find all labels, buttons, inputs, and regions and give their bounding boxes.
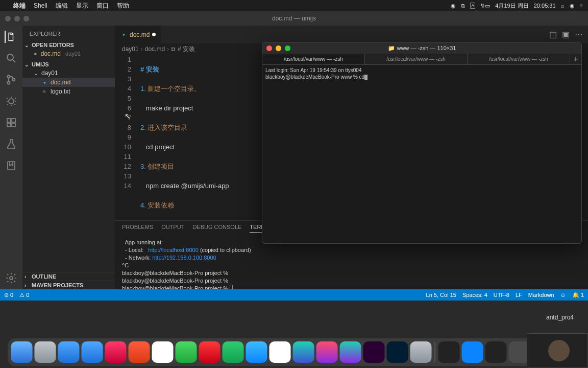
tab-output[interactable]: OUTPUT <box>161 224 184 233</box>
close-icon[interactable]: ● <box>34 51 37 57</box>
macos-menubar: 终端 Shell 编辑 显示 窗口 帮助 ◉ ⧉ A ↯▭ 4月19日 周日 2… <box>0 0 588 11</box>
battery-icon[interactable]: ↯▭ <box>480 3 490 9</box>
wifi-icon[interactable]: ⧉ <box>461 3 465 9</box>
dock-launchpad[interactable] <box>35 341 56 363</box>
close-icon[interactable] <box>5 16 11 21</box>
maven-header[interactable]: › MAVEN PROJECTS <box>22 281 115 289</box>
terminal-titlebar[interactable]: 📁 www — -zsh — 110×31 <box>262 42 581 54</box>
screencast-icon[interactable]: ◉ <box>451 3 456 9</box>
extensions-icon[interactable] <box>5 117 17 129</box>
dock-appstore[interactable] <box>246 341 267 363</box>
editor-tab[interactable]: ▾ doc.md <box>115 26 161 43</box>
bookmark-icon[interactable] <box>5 159 17 172</box>
vscode-titlebar[interactable]: doc.md — umijs <box>0 11 588 26</box>
split-editor-icon[interactable]: ◫ <box>549 30 557 39</box>
status-encoding[interactable]: UTF-8 <box>494 292 509 298</box>
source-control-icon[interactable] <box>5 74 17 86</box>
dock-obs[interactable] <box>485 341 507 363</box>
dock-finder[interactable] <box>11 341 33 363</box>
notif-icon[interactable]: ≡ <box>580 3 583 9</box>
status-bar: ⊘ 0 ⚠ 0 Ln 5, Col 15 Spaces: 4 UTF-8 LF … <box>0 289 588 301</box>
dock-wechat[interactable] <box>176 341 197 363</box>
minimize-icon[interactable] <box>276 45 281 51</box>
search-icon[interactable] <box>5 52 17 64</box>
file-item-logo[interactable]: ≡ logo.txt <box>22 87 115 96</box>
dock-qq[interactable] <box>152 341 174 363</box>
terminal-tab-1[interactable]: /usr/local/var/www — -zsh <box>262 54 365 64</box>
explorer-icon[interactable] <box>5 31 17 43</box>
activity-bar <box>0 26 22 289</box>
status-lang[interactable]: Markdown <box>528 292 554 298</box>
dock-notes[interactable] <box>58 341 80 363</box>
chevron-down-icon: ⌄ <box>34 71 39 76</box>
menubar-app[interactable]: 终端 <box>13 2 26 10</box>
dock-settings[interactable] <box>410 341 432 363</box>
add-tab-button[interactable]: + <box>570 54 581 64</box>
maximize-icon[interactable] <box>23 16 29 21</box>
file-item-doc[interactable]: ▾ doc.md <box>22 78 115 87</box>
open-editor-item[interactable]: ● doc.md day01 <box>22 49 115 58</box>
editor-tab-bar: ▾ doc.md ◫ ▣ ⋯ <box>115 26 588 43</box>
outline-header[interactable]: › OUTLINE <box>22 272 115 281</box>
more-icon[interactable]: ⋯ <box>575 30 583 39</box>
dock-iqiyi[interactable] <box>223 341 244 363</box>
dock <box>8 338 580 366</box>
spotlight-icon[interactable]: ⌕ <box>561 3 565 9</box>
terminal-tab-3[interactable]: /usr/local/var/www — -zsh <box>468 54 570 64</box>
chevron-down-icon: ⌄ <box>24 42 30 48</box>
terminal-tab-2[interactable]: /usr/local/var/www — -zsh <box>365 54 468 64</box>
dock-datagrip[interactable] <box>340 341 361 363</box>
svg-rect-5 <box>7 119 11 122</box>
dock-chrome[interactable] <box>270 341 291 363</box>
test-icon[interactable] <box>5 138 17 150</box>
tab-problems[interactable]: PROBLEMS <box>122 224 153 233</box>
dock-terminal[interactable] <box>438 341 460 363</box>
project-header[interactable]: ⌄ UMIJS <box>22 60 115 68</box>
close-icon[interactable] <box>266 45 272 51</box>
status-feedback-icon[interactable]: ☺ <box>560 292 566 298</box>
status-cursor[interactable]: Ln 5, Col 15 <box>426 292 456 298</box>
dock-douyin[interactable] <box>105 341 127 363</box>
dock-youdao[interactable] <box>129 341 150 363</box>
status-eol[interactable]: LF <box>516 292 522 298</box>
dock-photoshop[interactable] <box>387 341 408 363</box>
menubar-time: 20:05:31 <box>534 3 556 9</box>
minimize-icon[interactable] <box>14 16 20 21</box>
ime-icon[interactable]: A <box>470 3 475 9</box>
svg-point-0 <box>7 54 13 60</box>
status-spaces[interactable]: Spaces: 4 <box>462 292 487 298</box>
menubar-shell[interactable]: Shell <box>34 2 47 9</box>
debug-icon[interactable] <box>5 95 17 107</box>
settings-icon[interactable] <box>5 272 17 284</box>
tab-debug-console[interactable]: DEBUG CONSOLE <box>192 224 241 233</box>
dock-webstorm[interactable] <box>293 341 314 363</box>
menubar-window[interactable]: 窗口 <box>96 2 109 10</box>
status-warnings[interactable]: ⚠ 0 <box>19 292 29 298</box>
dock-vscode[interactable] <box>462 341 483 363</box>
overlay-label: antd_pro4 <box>546 314 574 321</box>
window-title: doc.md — umijs <box>272 15 316 22</box>
maximize-icon[interactable] <box>285 45 290 51</box>
dock-netease[interactable] <box>199 341 220 363</box>
svg-rect-8 <box>12 119 15 122</box>
menubar-edit[interactable]: 编辑 <box>56 2 68 10</box>
open-editors-header[interactable]: ⌄ OPEN EDITORS <box>22 41 115 49</box>
siri-icon[interactable]: ◉ <box>570 3 575 9</box>
text-file-icon: ≡ <box>41 88 48 95</box>
modified-dot-icon <box>152 33 156 36</box>
svg-rect-6 <box>7 123 11 127</box>
svg-rect-7 <box>12 123 15 127</box>
folder-item[interactable]: ⌄ day01 <box>22 68 115 78</box>
status-errors[interactable]: ⊘ 0 <box>4 292 13 298</box>
terminal-body[interactable]: Last login: Sun Apr 19 19:54:39 on ttys0… <box>262 65 581 243</box>
dock-premiere[interactable] <box>363 341 385 363</box>
dock-intellij[interactable] <box>316 341 338 363</box>
dock-safari[interactable] <box>82 341 103 363</box>
menubar-help[interactable]: 帮助 <box>117 2 129 10</box>
status-bell[interactable]: 🔔 1 <box>572 292 584 298</box>
explorer-title: EXPLORER <box>22 26 115 40</box>
terminal-window[interactable]: 📁 www — -zsh — 110×31 /usr/local/var/www… <box>262 42 582 244</box>
menubar-view[interactable]: 显示 <box>76 2 88 10</box>
layout-icon[interactable]: ▣ <box>562 30 570 39</box>
cursor-block <box>364 75 368 80</box>
